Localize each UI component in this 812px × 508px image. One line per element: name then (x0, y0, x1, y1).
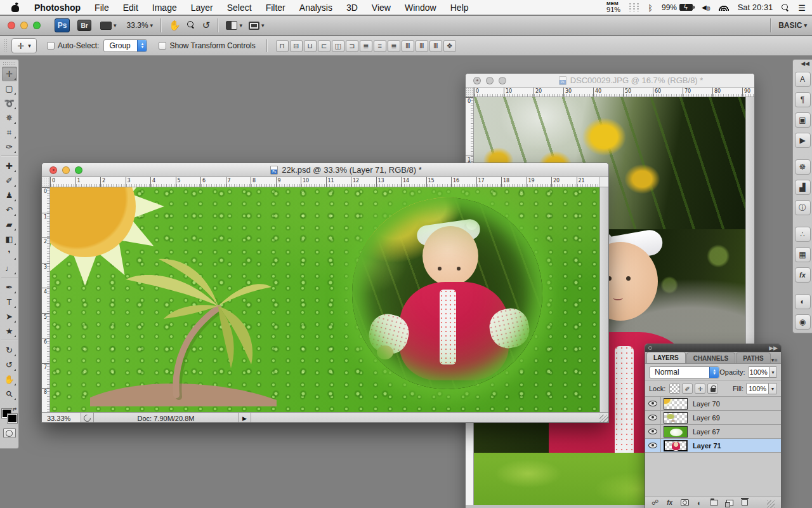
layer-row-69[interactable]: Layer 69 (645, 411, 781, 425)
launch-bridge-button[interactable]: Br (77, 20, 91, 31)
menu-item[interactable]: Select (220, 3, 259, 13)
vertical-scrollbar[interactable] (599, 187, 609, 412)
fill-field[interactable]: 100% (746, 383, 769, 394)
hand-tool-button[interactable] (169, 20, 181, 31)
menu-bar-clock[interactable]: Sat 20:31 (738, 3, 773, 12)
clone-source-panel[interactable]: ▣ (795, 112, 811, 128)
auto-select-checkbox[interactable] (47, 42, 55, 50)
quick-selection-tool[interactable]: ✵ (2, 110, 17, 125)
document-window-22k-psd[interactable]: 22k.psd @ 33.3% (Layer 71, RGB/8) * 0123… (41, 163, 609, 423)
distribute-bottom-edges-button[interactable]: ≣ (388, 40, 400, 52)
link-layers-icon[interactable]: ☍ (652, 498, 658, 507)
background-color-swatch[interactable] (8, 414, 17, 423)
panel-drag-bar[interactable]: ▶▶ (645, 344, 781, 352)
move-tool[interactable]: ✛ (2, 67, 17, 81)
distribute-horizontal-centers-button[interactable]: Ⅲ (416, 40, 428, 52)
brush-tool[interactable]: ✐ (2, 173, 17, 188)
3d-rotate-tool[interactable]: ↻ (2, 343, 17, 358)
app-switcher-icon[interactable] (629, 3, 639, 11)
fill-dropdown[interactable]: ▼ (769, 383, 777, 394)
doc-size-readout[interactable]: Doc: 7.90M/20.8M (94, 413, 239, 423)
type-tool[interactable]: T (2, 295, 17, 309)
menu-item-photoshop[interactable]: Photoshop (27, 3, 88, 13)
zoom-window-button[interactable] (33, 22, 41, 29)
close-button[interactable] (8, 22, 15, 29)
collapse-to-icons-button[interactable]: ▶▶ (769, 345, 778, 351)
distribute-right-edges-button[interactable]: Ⅲ (429, 40, 442, 52)
pen-tool[interactable]: ✒ (2, 280, 17, 295)
tab-channels[interactable]: CHANNELS (686, 352, 736, 363)
menu-item[interactable]: View (365, 3, 398, 13)
menu-item[interactable]: 3D (339, 3, 365, 13)
zoom-tool-button[interactable] (187, 21, 196, 30)
zoom-tool[interactable]: ⚲ (2, 387, 17, 401)
ruler-corner[interactable] (42, 177, 50, 187)
path-selection-tool[interactable]: ➤ (2, 309, 17, 324)
notification-center-icon[interactable] (798, 3, 806, 13)
align-vertical-centers-button[interactable]: ⊟ (290, 40, 303, 52)
layer-row-67[interactable]: Layer 67 (645, 425, 781, 439)
align-horizontal-centers-button[interactable]: ◫ (332, 40, 344, 52)
memory-status[interactable]: MEM 91% (606, 1, 620, 13)
lock-position-button[interactable]: ✛ (695, 384, 705, 394)
apple-menu-icon[interactable] (11, 3, 20, 12)
close-button[interactable] (49, 166, 57, 174)
custom-shape-tool[interactable]: ★ (2, 324, 17, 338)
close-button[interactable] (473, 77, 481, 84)
opacity-dropdown[interactable]: ▼ (769, 366, 777, 378)
character-panel[interactable]: A (795, 72, 811, 87)
auto-align-layers-button[interactable]: ❖ (443, 40, 456, 52)
distribute-vertical-centers-button[interactable]: ≡ (374, 40, 386, 52)
ruler-corner[interactable] (466, 88, 474, 97)
visibility-toggle[interactable] (645, 397, 661, 410)
spot-healing-brush-tool[interactable]: ✚ (2, 159, 17, 173)
layer-row-70[interactable]: Layer 70 (645, 397, 781, 411)
eyedropper-tool[interactable]: ✑ (2, 140, 17, 154)
layer-thumbnail[interactable] (664, 426, 688, 438)
layer-thumbnail[interactable] (664, 412, 688, 424)
layer-row-71[interactable]: Layer 71 (645, 439, 781, 453)
paint-bucket-tool[interactable]: ◧ (2, 232, 17, 246)
screen-mode-button[interactable]: ▾ (249, 22, 265, 30)
tab-layers[interactable]: LAYERS (646, 352, 686, 363)
menu-item[interactable]: Analysis (292, 3, 339, 13)
status-flyout-button[interactable]: ▶ (239, 413, 251, 423)
layer-style-icon[interactable]: fx (667, 499, 672, 506)
show-transform-controls-checkbox[interactable] (159, 42, 166, 50)
panel-menu-icon[interactable]: ▾≡ (771, 357, 780, 363)
tool-preset-picker[interactable]: ✛ ▾ (11, 38, 37, 53)
minimize-button[interactable] (20, 22, 28, 29)
add-layer-mask-icon[interactable] (681, 499, 689, 506)
arrange-documents-button[interactable]: ▾ (226, 21, 242, 30)
actions-panel[interactable]: ▶ (795, 133, 811, 148)
swatches-panel[interactable]: ▦ (795, 247, 811, 262)
navigator-panel[interactable]: ☸ (795, 159, 811, 175)
rectangular-marquee-tool[interactable]: ▢ (2, 81, 17, 96)
blend-mode-dropdown[interactable]: Normal ▲▼ (649, 366, 719, 378)
panel-resize-grip[interactable] (767, 500, 775, 508)
align-right-edges-button[interactable]: ⊐ (346, 40, 358, 52)
hand-tool[interactable]: ✋ (2, 372, 17, 387)
eraser-tool[interactable]: ▰ (2, 217, 17, 232)
battery-status[interactable]: 99% (662, 3, 693, 12)
paragraph-panel[interactable]: ¶ (795, 92, 811, 107)
info-panel[interactable]: ⓘ (795, 200, 811, 215)
crop-tool[interactable]: ⌗ (2, 125, 17, 140)
layer-thumbnail[interactable] (664, 398, 688, 410)
zoom-window-button[interactable] (499, 77, 506, 84)
menu-item[interactable]: Layer (184, 3, 220, 13)
panel-grip[interactable] (3, 62, 16, 65)
expand-panels-button[interactable]: ◀◀ (793, 60, 812, 68)
adjustment-layer-icon[interactable]: ◐ (697, 499, 702, 507)
align-top-edges-button[interactable]: ⊓ (276, 40, 289, 52)
spotlight-search-icon[interactable] (782, 4, 789, 11)
lasso-tool[interactable]: ➰ (2, 96, 17, 110)
delete-layer-icon[interactable] (742, 499, 748, 506)
clone-stamp-tool[interactable]: ♟ (2, 188, 17, 203)
3d-orbit-tool[interactable]: ↺ (2, 358, 17, 372)
view-extras-button[interactable]: ▾ (100, 22, 117, 30)
visibility-toggle[interactable] (645, 425, 661, 438)
rotate-view-button[interactable] (202, 20, 211, 31)
blur-tool[interactable]: ❜ (2, 246, 17, 261)
align-bottom-edges-button[interactable]: ⊔ (304, 40, 317, 52)
